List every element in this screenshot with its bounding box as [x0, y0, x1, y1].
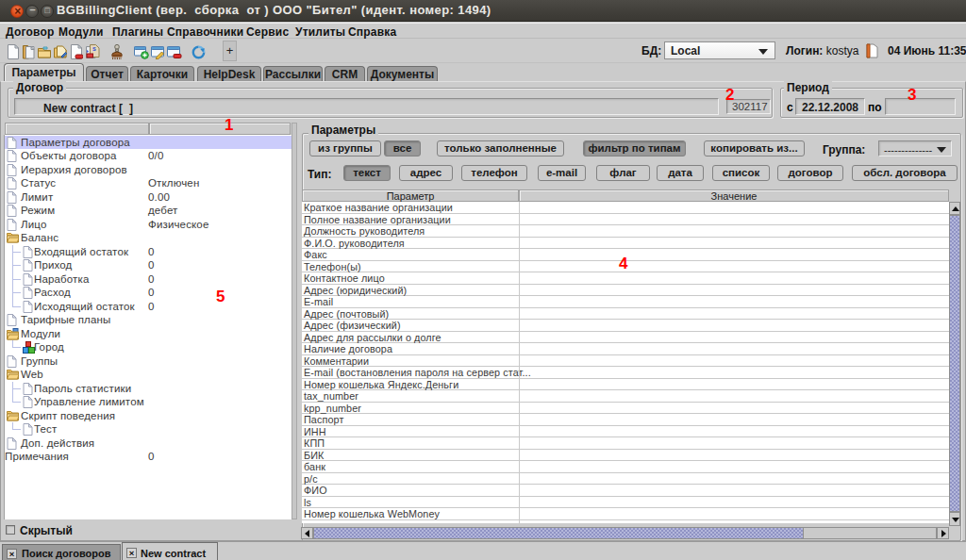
svg-text:s: s — [92, 45, 96, 52]
